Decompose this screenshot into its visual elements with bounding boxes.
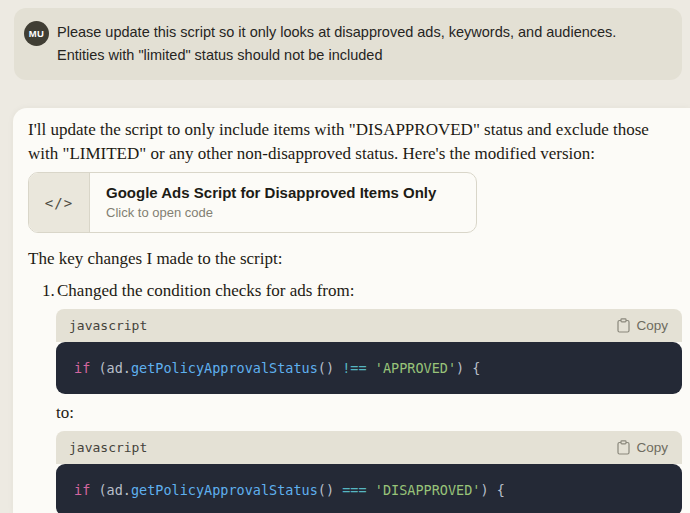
copy-button[interactable]: Copy bbox=[617, 318, 668, 333]
code-block-after: javascript Copy if (ad.getPolicyApproval… bbox=[56, 431, 682, 513]
code-block-header: javascript Copy bbox=[56, 309, 682, 342]
list-item-text: Changed the condition checks for ads fro… bbox=[57, 279, 354, 303]
list-item-number: 1. bbox=[42, 279, 57, 303]
code-body: if (ad.getPolicyApprovalStatus() === 'DI… bbox=[56, 464, 682, 513]
user-message-bubble: MU Please update this script so it only … bbox=[14, 8, 682, 80]
artifact-title: Google Ads Script for Disapproved Items … bbox=[106, 184, 436, 201]
copy-button-label: Copy bbox=[636, 440, 668, 455]
assistant-intro-text: I'll update the script to only include i… bbox=[28, 118, 678, 166]
code-block-header: javascript Copy bbox=[56, 431, 682, 464]
code-icon-glyph: </> bbox=[45, 195, 73, 211]
user-avatar: MU bbox=[24, 21, 49, 46]
numbered-list-item: 1. Changed the condition checks for ads … bbox=[42, 279, 690, 303]
code-icon: </> bbox=[29, 173, 90, 232]
user-message-text: Please update this script so it only loo… bbox=[57, 20, 666, 67]
clipboard-icon bbox=[617, 318, 630, 333]
code-line: if (ad.getPolicyApprovalStatus() !== 'AP… bbox=[74, 360, 480, 376]
key-changes-text: The key changes I made to the script: bbox=[28, 247, 678, 271]
artifact-card[interactable]: </> Google Ads Script for Disapproved It… bbox=[28, 172, 477, 233]
copy-button[interactable]: Copy bbox=[617, 440, 668, 455]
artifact-subtitle: Click to open code bbox=[106, 205, 436, 220]
code-block-before: javascript Copy if (ad.getPolicyApproval… bbox=[56, 309, 682, 394]
code-line: if (ad.getPolicyApprovalStatus() === 'DI… bbox=[74, 482, 505, 498]
clipboard-icon bbox=[617, 440, 630, 455]
chat-page: MU Please update this script so it only … bbox=[0, 0, 690, 513]
artifact-meta: Google Ads Script for Disapproved Items … bbox=[90, 173, 452, 232]
to-label: to: bbox=[56, 401, 690, 425]
code-language-label: javascript bbox=[69, 440, 147, 455]
copy-button-label: Copy bbox=[636, 318, 668, 333]
code-body: if (ad.getPolicyApprovalStatus() !== 'AP… bbox=[56, 342, 682, 394]
assistant-response-card: I'll update the script to only include i… bbox=[13, 108, 690, 513]
code-language-label: javascript bbox=[69, 318, 147, 333]
